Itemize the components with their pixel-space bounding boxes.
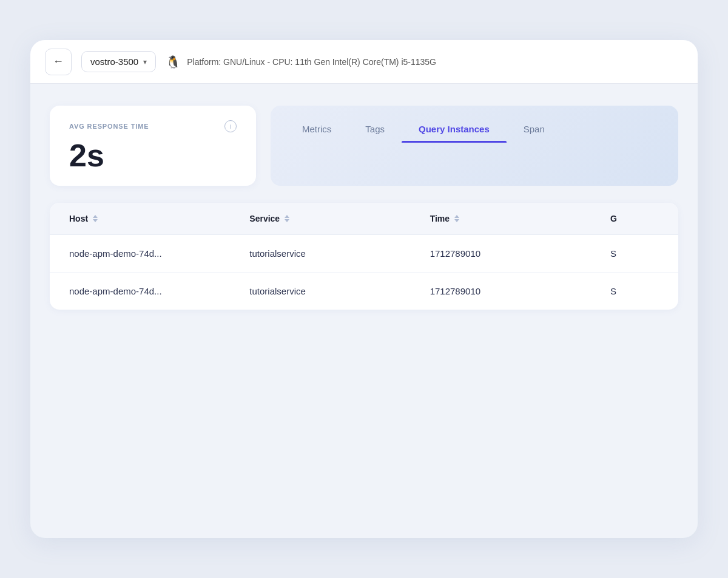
table-row[interactable]: node-apm-demo-74d... tutorialservice 171…: [50, 235, 678, 273]
tab-tags[interactable]: Tags: [348, 115, 402, 143]
linux-icon: 🐧: [166, 55, 181, 69]
table-header: Host Service Time: [50, 203, 678, 235]
column-host: Host: [69, 203, 249, 234]
cell-time-1: 1712789010: [430, 235, 610, 272]
avg-response-card: AVG RESPONSE TIME i 2s: [50, 106, 256, 186]
chevron-down-icon: ▾: [143, 58, 147, 66]
sort-service-icon[interactable]: [285, 215, 289, 222]
sort-time-icon[interactable]: [454, 215, 459, 222]
avg-card-header: AVG RESPONSE TIME i: [69, 120, 237, 132]
back-button[interactable]: ←: [45, 49, 72, 75]
tabs-panel: Metrics Tags Query Instances Span: [271, 106, 678, 186]
cell-extra-1: S: [610, 235, 659, 272]
host-selector[interactable]: vostro-3500 ▾: [81, 51, 156, 72]
cell-service-1: tutorialservice: [249, 235, 430, 272]
column-service: Service: [249, 203, 430, 234]
cell-time-2: 1712789010: [430, 273, 610, 310]
avg-card-title: AVG RESPONSE TIME: [69, 123, 149, 130]
top-bar: ← vostro-3500 ▾ 🐧 Platform: GNU/Linux - …: [30, 40, 698, 84]
table-row[interactable]: node-apm-demo-74d... tutorialservice 171…: [50, 273, 678, 310]
sort-host-icon[interactable]: [93, 215, 98, 222]
cell-host-2: node-apm-demo-74d...: [69, 273, 249, 310]
column-time: Time: [430, 203, 610, 234]
tab-metrics[interactable]: Metrics: [285, 115, 348, 143]
cell-extra-2: S: [610, 273, 659, 310]
top-row: AVG RESPONSE TIME i 2s Metrics Tags Quer…: [50, 106, 678, 186]
cell-service-2: tutorialservice: [249, 273, 430, 310]
avg-value: 2s: [69, 140, 237, 171]
tab-span[interactable]: Span: [507, 115, 562, 143]
main-content: AVG RESPONSE TIME i 2s Metrics Tags Quer…: [30, 84, 698, 329]
platform-info: 🐧 Platform: GNU/Linux - CPU: 11th Gen In…: [166, 55, 436, 69]
platform-text: Platform: GNU/Linux - CPU: 11th Gen Inte…: [187, 57, 436, 67]
host-name: vostro-3500: [90, 56, 138, 67]
query-instances-table: Host Service Time: [50, 203, 678, 310]
cell-host-1: node-apm-demo-74d...: [69, 235, 249, 272]
tabs-list: Metrics Tags Query Instances Span: [285, 115, 664, 143]
app-window: ← vostro-3500 ▾ 🐧 Platform: GNU/Linux - …: [30, 40, 698, 538]
info-icon[interactable]: i: [224, 120, 237, 132]
tab-query-instances[interactable]: Query Instances: [402, 115, 507, 143]
back-arrow-icon: ←: [53, 55, 64, 68]
column-extra: G: [610, 203, 659, 234]
